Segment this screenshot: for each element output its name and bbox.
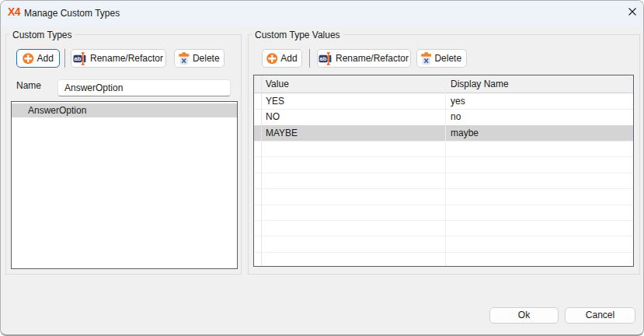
svg-text:ab: ab xyxy=(320,55,327,62)
svg-text:ab: ab xyxy=(75,55,82,62)
